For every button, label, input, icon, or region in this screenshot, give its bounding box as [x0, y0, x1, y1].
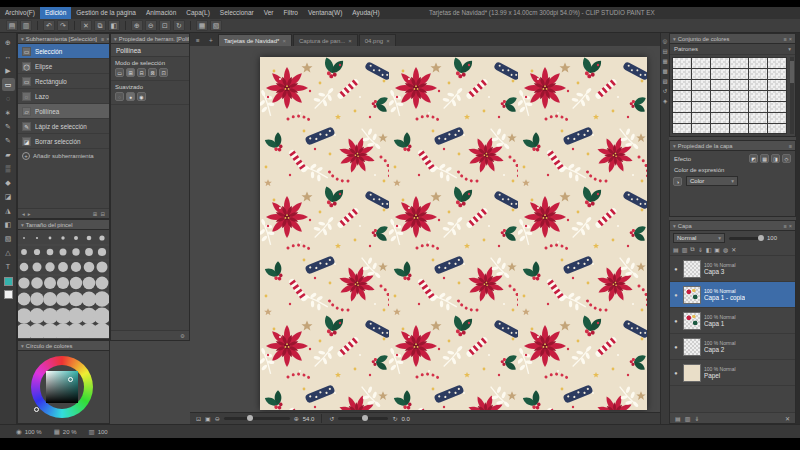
subtool-item-borrar-seleccion[interactable]: ◪ Borrar selección — [18, 134, 109, 149]
pen-tool-icon[interactable]: ✎ — [2, 120, 15, 133]
new-subtool-icon[interactable]: ⊞ — [93, 211, 98, 217]
new-layer-footer-icon[interactable]: ▤ — [675, 415, 681, 422]
brush-size-grid[interactable] — [18, 230, 109, 338]
layer-row-capa-2[interactable]: ● 100 % Normal Capa 2 — [670, 334, 795, 360]
zoom-slider[interactable] — [224, 417, 290, 420]
tone-effect-icon[interactable]: ▩ — [760, 154, 769, 163]
rotate-left-icon[interactable]: ↺ — [329, 415, 334, 422]
save-file-icon[interactable]: ▥ — [20, 20, 32, 31]
tab-close-icon[interactable]: × — [282, 38, 286, 44]
magic-wand-tool-icon[interactable]: ∗ — [2, 106, 15, 119]
layer-row-capa-1-copia[interactable]: ● 100 % Normal Capa 1 - copia — [670, 282, 795, 308]
saturation-value-square[interactable] — [46, 371, 78, 403]
sub-color-chip[interactable] — [4, 290, 13, 299]
add-selection-icon[interactable]: ⊞ — [126, 68, 135, 77]
new-selection-icon[interactable]: ▭ — [115, 68, 124, 77]
fit-window-icon[interactable]: ⊡ — [196, 415, 201, 422]
extract-line-effect-icon[interactable]: ◇ — [782, 154, 791, 163]
menu-gestion-pagina[interactable]: Gestión de la página — [71, 7, 141, 19]
swatch-scrollbar[interactable] — [790, 57, 794, 134]
canvas[interactable] — [260, 57, 647, 410]
add-subtool-button[interactable]: + Añadir subherramienta — [18, 149, 109, 163]
color-slider-dock-icon[interactable]: ▤ — [662, 48, 667, 54]
zoom-out-icon[interactable]: ⊖ — [145, 20, 157, 31]
fit-screen-icon[interactable]: ⊡ — [159, 20, 171, 31]
panel-menu-icon[interactable]: ≡ — [101, 36, 104, 42]
tab-close-icon[interactable]: × — [386, 38, 390, 44]
tab-close-icon[interactable]: × — [348, 38, 352, 44]
layer-visibility-eye-icon[interactable]: ● — [672, 292, 680, 298]
menu-ayuda[interactable]: Ayuda(H) — [347, 7, 384, 19]
clip-to-layer-icon[interactable]: ◧ — [706, 246, 712, 253]
lasso-tool-icon[interactable]: ◌ — [2, 92, 15, 105]
multiply-selection-icon[interactable]: ⊠ — [148, 68, 157, 77]
brush-tool-icon[interactable]: ▰ — [2, 148, 15, 161]
rotate-right-icon[interactable]: ↻ — [392, 415, 397, 422]
layer-visibility-eye-icon[interactable]: ● — [672, 370, 680, 376]
panel-collapse-icon[interactable]: ▾ — [673, 223, 676, 229]
panel-collapse-icon[interactable]: ▾ — [21, 36, 24, 42]
subtool-item-elipse[interactable]: ◯ Elipse — [18, 59, 109, 74]
tab-tarjetas-de-navidad[interactable]: Tarjetas de Navidad* × — [218, 34, 292, 46]
tabbar-new-icon[interactable]: + — [205, 35, 217, 46]
panel-collapse-icon[interactable]: ▾ — [114, 36, 117, 42]
panel-close-icon[interactable]: × — [789, 223, 792, 229]
zoom-in-icon[interactable]: ⊕ — [131, 20, 143, 31]
delete-layer-icon[interactable]: ✕ — [731, 246, 736, 253]
clear-icon[interactable]: ✕ — [80, 20, 92, 31]
menu-animacion[interactable]: Animación — [141, 7, 181, 19]
operation-tool-icon[interactable]: ▶ — [2, 64, 15, 77]
lock-layer-icon[interactable]: ▣ — [714, 246, 720, 253]
fill-icon[interactable]: ◧ — [108, 20, 120, 31]
selection-tool-icon[interactable]: ▭ — [2, 78, 15, 91]
subtool-item-polilinea[interactable]: ▱ Polilínea — [18, 104, 109, 119]
menu-ventana[interactable]: Ventana(W) — [303, 7, 347, 19]
material-dock-icon[interactable]: ◈ — [663, 98, 667, 104]
subtool-item-lapiz-seleccion[interactable]: ✎ Lápiz de selección — [18, 119, 109, 134]
duplicate-layer-icon[interactable]: ⧉ — [690, 246, 694, 253]
figure-tool-icon[interactable]: △ — [2, 246, 15, 259]
new-folder-footer-icon[interactable]: ▥ — [685, 415, 691, 422]
panel-menu-icon[interactable]: ≡ — [784, 223, 787, 229]
subtool-item-lazo[interactable]: ◌ Lazo — [18, 89, 109, 104]
delete-footer-icon[interactable]: ✕ — [785, 415, 790, 422]
pencil-tool-icon[interactable]: ✎ — [2, 134, 15, 147]
history-dock-icon[interactable]: ↺ — [663, 88, 668, 94]
subtool-item-seleccion[interactable]: ▭ Selección — [18, 44, 109, 59]
text-tool-icon[interactable]: T — [2, 260, 15, 273]
intermediate-color-dock-icon[interactable]: ▩ — [662, 68, 667, 74]
redo-icon[interactable]: ↷ — [57, 20, 69, 31]
canvas-viewport[interactable] — [190, 46, 660, 412]
wrench-icon[interactable]: ⚙ — [180, 333, 185, 339]
new-file-icon[interactable]: ▤ — [6, 20, 18, 31]
layer-visibility-eye-icon[interactable]: ● — [672, 318, 680, 324]
eraser-tool-icon[interactable]: ◪ — [2, 190, 15, 203]
gradient-tool-icon[interactable]: ▧ — [2, 232, 15, 245]
panel-collapse-icon[interactable]: ▾ — [673, 143, 676, 149]
panel-close-icon[interactable]: × — [789, 36, 792, 42]
panel-collapse-icon[interactable]: ▾ — [21, 343, 24, 349]
menu-filtro[interactable]: Filtro — [279, 7, 303, 19]
smoothing-off-icon[interactable]: ◌ — [115, 92, 124, 101]
zoom-in-icon[interactable]: ⊕ — [294, 415, 299, 422]
fill-tool-icon[interactable]: ◧ — [2, 218, 15, 231]
subtool-item-rectangulo[interactable]: ▭ Rectángulo — [18, 74, 109, 89]
subtract-selection-icon[interactable]: ⊟ — [137, 68, 146, 77]
color-set-dock-icon[interactable]: ▦ — [662, 58, 667, 64]
panel-collapse-icon[interactable]: ▾ — [673, 36, 676, 42]
layer-row-capa-1[interactable]: ● 100 % Normal Capa 1 — [670, 308, 795, 334]
merge-down-icon[interactable]: ⇓ — [698, 246, 703, 253]
page-next-icon[interactable]: ▸ — [28, 211, 31, 217]
tab-captura-de-pantalla[interactable]: Captura de pan... × — [293, 34, 358, 46]
delete-subtool-icon[interactable]: ⊟ — [100, 211, 105, 217]
layer-color-effect-icon[interactable]: ◨ — [771, 154, 780, 163]
color-set-select[interactable]: Patrones ▾ — [670, 44, 795, 55]
smoothing-strong-icon[interactable]: ◉ — [137, 92, 146, 101]
tabbar-menu-icon[interactable]: ≡ — [192, 35, 204, 46]
tab-04-png[interactable]: 04.png × — [359, 34, 396, 46]
layer-visibility-eye-icon[interactable]: ● — [672, 344, 680, 350]
airbrush-tool-icon[interactable]: ▒ — [2, 162, 15, 175]
blend-mode-select[interactable]: Normal ▾ — [673, 233, 725, 243]
move-tool-icon[interactable]: ↔ — [2, 50, 15, 63]
menu-capa[interactable]: Capa(L) — [181, 7, 214, 19]
